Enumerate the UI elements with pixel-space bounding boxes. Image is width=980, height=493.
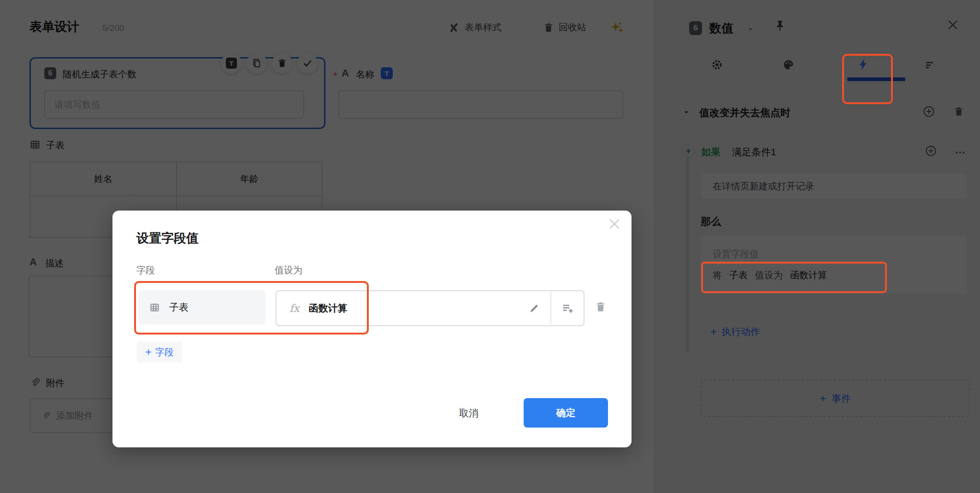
expression-value: 函数计算 (308, 302, 347, 315)
field-select[interactable]: 子表 (138, 290, 266, 324)
field-column-label: 字段 (136, 264, 155, 276)
insert-list-icon[interactable] (551, 302, 584, 314)
edit-pencil-icon[interactable] (529, 303, 539, 314)
cancel-button[interactable]: 取消 (448, 399, 490, 427)
value-column-label: 值设为 (275, 264, 302, 276)
dialog-title: 设置字段值 (136, 230, 199, 246)
value-expression-input[interactable]: fx 函数计算 (276, 290, 584, 326)
add-field-label: 字段 (155, 346, 174, 358)
table-icon (149, 302, 160, 313)
field-select-value: 子表 (169, 301, 189, 314)
add-field-button[interactable]: + 字段 (136, 341, 183, 363)
fx-icon: fx (289, 302, 299, 314)
plus-icon: + (145, 346, 151, 358)
dialog-close-icon[interactable] (608, 217, 621, 231)
confirm-button[interactable]: 确定 (524, 398, 608, 428)
app-window: 表单设计 5/200 表单样式 回收站 (0, 0, 980, 493)
set-field-value-dialog: 设置字段值 字段 值设为 子表 fx 函数计算 (112, 211, 632, 447)
delete-row-icon[interactable] (595, 301, 607, 313)
